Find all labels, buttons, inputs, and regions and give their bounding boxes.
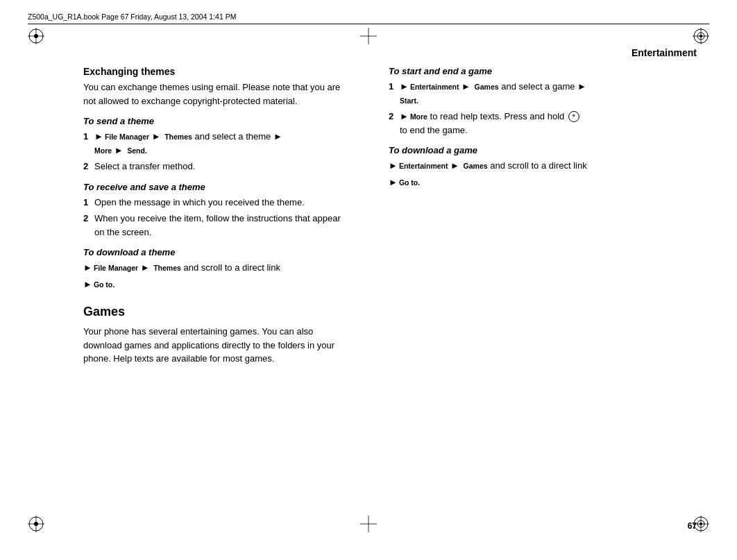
circle-button-icon: ⚬ [568, 111, 579, 122]
to-download-game-heading: To download a game [389, 145, 652, 155]
send-step-1: 1 ►File Manager ► Themes and select a th… [83, 130, 347, 157]
download-theme-goto: Go to. [94, 278, 115, 291]
left-column: Exchanging themes You can exchange theme… [83, 66, 347, 374]
send-step-2: 2 Select a transfer method. [83, 160, 347, 173]
receive-step-2-content: When you receive the item, follow the in… [94, 212, 347, 239]
reg-mark-bottom-mid [359, 514, 378, 534]
arrow-icon-dl2: ► [83, 278, 92, 291]
arrow-icon-start1: ► [400, 80, 409, 94]
start-step-1: 1 ►Entertainment ► Games and select a ga… [389, 80, 652, 107]
goto-label-dlg: Go to. [399, 178, 420, 187]
step-1-content: ►File Manager ► Themes and select a them… [94, 130, 347, 157]
arrow-icon-dlg1: ► [389, 159, 398, 173]
to-start-end-game-section: To start and end a game 1 ►Entertainment… [389, 66, 652, 137]
send-label: Send. [127, 146, 147, 155]
more-label-2: More [410, 112, 427, 121]
step-number-1: 1 [83, 130, 94, 144]
file-manager-label: File Manager [105, 133, 149, 141]
svg-point-17 [700, 523, 702, 525]
receive-step-number-2: 2 [83, 212, 94, 226]
to-receive-save-heading: To receive and save a theme [83, 182, 347, 192]
step-2-content: Select a transfer method. [94, 160, 347, 173]
download-game-goto: Go to. [399, 176, 420, 189]
arrow-icon-4: ► [115, 144, 124, 158]
to-receive-save-steps: 1 Open the message in which you received… [83, 196, 347, 239]
reg-mark-top-mid [359, 26, 378, 46]
start-step-1-content: ►Entertainment ► Games and select a game… [400, 80, 652, 107]
start-label: Start. [400, 96, 418, 105]
arrow-icon-1: ► [94, 130, 103, 144]
arrow-sep-dlg: ► [450, 159, 459, 173]
svg-point-8 [700, 35, 702, 37]
arrow-icon-start2: ► [461, 80, 471, 94]
arrow-icon-dlg2: ► [389, 176, 398, 189]
to-send-theme-steps: 1 ►File Manager ► Themes and select a th… [83, 130, 347, 173]
games-body: Your phone has several entertaining game… [83, 325, 347, 366]
download-game-line2: ► Go to. [389, 176, 652, 189]
page-number: 67 [688, 521, 697, 531]
exchanging-themes-heading: Exchanging themes [83, 66, 347, 77]
to-download-game-steps: ► Entertainment ► Games and scroll to a … [389, 159, 652, 189]
entertainment-label-dl: Entertainment [399, 162, 448, 170]
reg-mark-bottom-left [26, 514, 46, 534]
svg-point-3 [34, 34, 38, 38]
receive-step-1-content: Open the message in which you received t… [94, 196, 347, 210]
download-game-line1: ► Entertainment ► Games and scroll to a … [389, 159, 652, 173]
file-manager-label-dl: File Manager [94, 264, 138, 272]
start-step-number-1: 1 [389, 80, 400, 94]
download-theme-line1-content: File Manager ► Themes and scroll to a di… [94, 261, 280, 275]
games-section: Games Your phone has several entertainin… [83, 305, 347, 366]
start-step-number-2: 2 [389, 110, 400, 124]
themes-label-1: Themes [164, 133, 192, 141]
reg-mark-top-right [691, 26, 711, 46]
to-download-theme-steps: ► File Manager ► Themes and scroll to a … [83, 261, 347, 291]
exchanging-themes-section: Exchanging themes You can exchange theme… [83, 66, 347, 291]
arrow-icon-more: ► [400, 110, 409, 124]
games-label-dl: Games [464, 162, 488, 170]
themes-label-dl: Themes [153, 264, 181, 272]
to-download-game-section: To download a game ► Entertainment ► Gam… [389, 145, 652, 189]
to-start-end-steps: 1 ►Entertainment ► Games and select a ga… [389, 80, 652, 137]
svg-point-12 [34, 522, 38, 526]
receive-step-2: 2 When you receive the item, follow the … [83, 212, 347, 239]
entertainment-label-1: Entertainment [410, 83, 459, 91]
exchanging-themes-body: You can exchange themes using email. Ple… [83, 80, 347, 108]
right-column: To start and end a game 1 ►Entertainment… [389, 66, 652, 197]
step-number-2: 2 [83, 160, 94, 173]
header-bar: Z500a_UG_R1A.book Page 67 Friday, August… [28, 12, 709, 24]
download-theme-line2: ► Go to. [83, 278, 347, 291]
receive-step-number-1: 1 [83, 196, 94, 210]
arrow-icon-start3: ► [577, 80, 586, 94]
header-text: Z500a_UG_R1A.book Page 67 Friday, August… [28, 12, 236, 21]
start-step-2: 2 ►More to read help texts. Press and ho… [389, 110, 652, 137]
page: Z500a_UG_R1A.book Page 67 Friday, August… [0, 0, 737, 560]
arrow-icon-dl1: ► [83, 261, 92, 275]
arrow-sep-dl: ► [141, 261, 150, 275]
reg-mark-top-left [26, 26, 46, 46]
arrow-icon-3: ► [273, 130, 282, 144]
goto-label-dl: Go to. [94, 280, 115, 289]
games-label-1: Games [475, 83, 499, 91]
start-step-2-content: ►More to read help texts. Press and hold… [400, 110, 652, 137]
to-send-theme-heading: To send a theme [83, 116, 347, 126]
games-heading: Games [83, 305, 347, 319]
to-start-end-heading: To start and end a game [389, 66, 652, 76]
section-title: Entertainment [632, 47, 697, 58]
download-theme-line1: ► File Manager ► Themes and scroll to a … [83, 261, 347, 275]
download-game-line1-content: Entertainment ► Games and scroll to a di… [399, 159, 587, 173]
more-label-1: More [94, 146, 112, 155]
to-download-theme-heading: To download a theme [83, 247, 347, 257]
receive-step-1: 1 Open the message in which you received… [83, 196, 347, 210]
arrow-icon-2: ► [152, 130, 161, 144]
